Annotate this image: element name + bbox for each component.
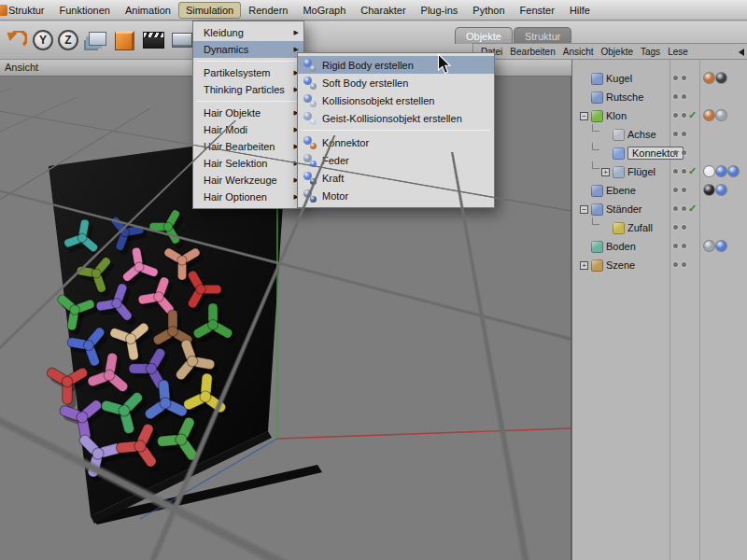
menu-item-hair-werkzeuge[interactable]: Hair Werkzeuge▶ (193, 172, 303, 189)
menu-item-soft-body-erstellen[interactable]: Soft Body erstellen (298, 74, 494, 91)
menu-item-kleidung[interactable]: Kleidung▶ (193, 24, 303, 41)
menubar-item-funktionen[interactable]: Funktionen (52, 2, 118, 19)
expander-plus-icon[interactable]: + (580, 261, 588, 270)
object-name[interactable]: Rutsche (606, 91, 643, 103)
menu-item-hair-bearbeiten[interactable]: Hair Bearbeiten▶ (193, 138, 303, 155)
menu-item-dynamics[interactable]: Dynamics▶ (193, 41, 303, 58)
spring-icon (303, 153, 317, 167)
object-row-kugel[interactable]: Kugel (572, 69, 747, 88)
object-row-ebene[interactable]: Ebene (572, 181, 747, 200)
menubar-item-rendern[interactable]: Rendern (241, 2, 295, 19)
expander-minus-icon[interactable]: − (580, 112, 588, 120)
object-row-zufall[interactable]: Zufall (572, 218, 747, 237)
visibility-dots[interactable] (673, 150, 686, 155)
menu-item-label: Hair Werkzeuge (204, 175, 290, 186)
render-view-button[interactable] (170, 27, 194, 53)
object-row-flügel[interactable]: +Flügel✓ (572, 162, 747, 181)
object-manager-menu-items: DateiBearbeitenAnsichtObjekteTagsLese (477, 47, 692, 57)
visibility-dots[interactable] (673, 225, 686, 230)
enabled-check-icon: ✓ (688, 203, 697, 215)
object-name[interactable]: Ebene (606, 185, 636, 196)
object-row-boden[interactable]: Boden (572, 237, 747, 256)
menubar-item-plug-ins[interactable]: Plug-ins (414, 2, 466, 19)
menu-item-motor[interactable]: Motor (298, 187, 494, 204)
om-menu-ansicht[interactable]: Ansicht (559, 47, 598, 57)
object-name[interactable]: Klon (606, 110, 627, 121)
menu-item-label: Hair Modi (204, 124, 290, 135)
visibility-dots[interactable] (673, 76, 686, 80)
menu-item-konnektor[interactable]: Konnektor (298, 133, 494, 151)
menubar-item-animation[interactable]: Animation (118, 2, 178, 19)
menu-item-feder[interactable]: Feder (298, 151, 494, 169)
menubar-item-struktur[interactable]: Struktur (1, 2, 52, 19)
om-menu-lese[interactable]: Lese (664, 47, 692, 57)
tag-icons[interactable] (704, 166, 739, 176)
object-icon-achse (613, 129, 625, 141)
visibility-dots[interactable] (673, 169, 686, 174)
tag-icons[interactable] (704, 73, 726, 83)
visibility-dots[interactable] (673, 244, 686, 248)
menu-item-label: Motor (322, 190, 486, 202)
viewport-menu-ansicht[interactable]: Ansicht (5, 62, 38, 73)
object-row-achse[interactable]: Achse (572, 125, 747, 144)
object-name[interactable]: Zufall (627, 222, 653, 233)
visibility-dots[interactable] (673, 188, 686, 192)
om-menu-bearbeiten[interactable]: Bearbeiten (506, 47, 558, 57)
enabled-check-icon: ✓ (688, 109, 697, 121)
om-menu-objekte[interactable]: Objekte (598, 47, 637, 57)
menubar-item-simulation[interactable]: Simulation (178, 2, 241, 19)
object-icon-kugel (591, 73, 603, 85)
visibility-dots[interactable] (673, 132, 686, 136)
object-row-klon[interactable]: −Klon✓ (572, 106, 747, 125)
menubar-item-python[interactable]: Python (465, 2, 512, 19)
object-row-konnektor[interactable]: Konnektor (572, 144, 747, 162)
menu-item-hair-selektion[interactable]: Hair Selektion▶ (193, 155, 303, 172)
menubar-item-hilfe[interactable]: Hilfe (562, 2, 598, 19)
object-name[interactable]: Achse (627, 129, 656, 140)
menu-item-hair-objekte[interactable]: Hair Objekte▶ (193, 105, 303, 121)
om-menu-tags[interactable]: Tags (637, 47, 664, 57)
add-cube-button[interactable] (112, 27, 136, 53)
object-icon-szene (591, 259, 603, 272)
visibility-dots[interactable] (673, 206, 686, 211)
expander-minus-icon[interactable]: − (580, 205, 588, 214)
menu-item-rigid-body-erstellen[interactable]: Rigid Body erstellen (298, 56, 494, 74)
menubar-item-fenster[interactable]: Fenster (513, 2, 562, 19)
object-name[interactable]: Ständer (606, 203, 642, 215)
tab-struktur[interactable]: Struktur (514, 27, 572, 44)
menubar-item-mograph[interactable]: MoGraph (295, 2, 353, 19)
menubar-item-charakter[interactable]: Charakter (353, 2, 413, 19)
tag-icons[interactable] (704, 110, 726, 120)
menu-item-hair-modi[interactable]: Hair Modi▶ (193, 121, 303, 138)
undo-icon[interactable] (4, 27, 28, 53)
animation-clapperboard-button[interactable] (141, 27, 165, 53)
connector-icon (303, 135, 317, 149)
object-icon-konnektor (613, 147, 625, 160)
menu-item-thinking-particles[interactable]: Thinking Particles▶ (193, 81, 303, 98)
menu-item-kraft[interactable]: Kraft (298, 169, 494, 187)
object-name[interactable]: Flügel (627, 166, 655, 177)
tag-icons[interactable] (704, 185, 726, 195)
layer-stack-icon[interactable] (83, 27, 107, 53)
object-name[interactable]: Boden (606, 241, 636, 252)
tag-icons[interactable] (704, 241, 726, 251)
menu-item-geist-kollisionsobjekt-erstellen[interactable]: Geist-Kollisionsobjekt erstellen (298, 109, 494, 127)
visibility-dots[interactable] (673, 262, 686, 267)
menu-item-label: Partikelsystem (204, 67, 290, 78)
object-name[interactable]: Kugel (606, 73, 632, 84)
object-row-szene[interactable]: +Szene (572, 256, 747, 274)
visibility-dots[interactable] (673, 94, 686, 99)
object-row-rutsche[interactable]: Rutsche (572, 88, 747, 106)
expander-plus-icon[interactable]: + (601, 168, 610, 176)
visibility-dots[interactable] (673, 113, 686, 118)
object-name[interactable]: Szene (606, 259, 635, 271)
menu-overflow-arrow-icon[interactable] (739, 49, 744, 56)
tab-objekte[interactable]: Objekte (455, 27, 513, 44)
lock-z-axis-button[interactable]: Z (58, 30, 78, 50)
ghost-collision-object-icon (303, 111, 317, 125)
object-row-ständer[interactable]: −Ständer✓ (572, 200, 747, 218)
menu-item-partikelsystem[interactable]: Partikelsystem▶ (193, 64, 303, 81)
lock-y-axis-button[interactable]: Y (33, 30, 53, 50)
menu-item-kollisionsobjekt-erstellen[interactable]: Kollisionsobjekt erstellen (298, 91, 494, 109)
menu-item-hair-optionen[interactable]: Hair Optionen▶ (193, 189, 303, 205)
